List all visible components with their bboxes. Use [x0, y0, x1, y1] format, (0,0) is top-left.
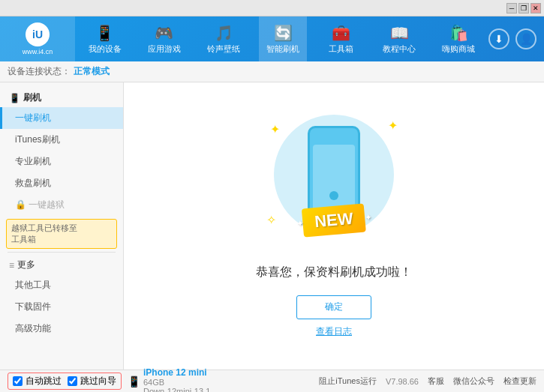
phone-home-button — [329, 191, 338, 200]
device-model: Down-12mini-13,1 — [143, 387, 210, 393]
nav-tutorial[interactable]: 📖 教程中心 — [375, 16, 423, 61]
sparkle-icon-2: ✦ — [388, 118, 398, 133]
success-message: 恭喜您，保资料刷机成功啦！ — [256, 265, 412, 280]
checkbox-area: 自动跳过 跳过向导 — [8, 373, 122, 390]
nav-ringtone[interactable]: 🎵 铃声壁纸 — [200, 16, 248, 61]
sidebar-section-flash: 📱 刷机 — [0, 88, 123, 107]
lock-icon: 🔒 — [15, 199, 29, 210]
device-name: iPhone 12 mini — [143, 367, 210, 378]
nav-smart-flash-label: 智能刷机 — [266, 43, 299, 55]
bottom-bar: 自动跳过 跳过向导 📱 iPhone 12 mini 64GB Down-12m… — [0, 370, 544, 392]
skip-wizard-checkbox[interactable] — [68, 376, 77, 386]
sidebar-item-advanced[interactable]: 高级功能 — [0, 318, 123, 340]
minimize-button[interactable]: ─ — [506, 3, 517, 13]
device-icon: 📱 — [128, 376, 140, 388]
header-right: ⬇ 👤 — [488, 28, 544, 49]
auto-dismiss-label: 自动跳过 — [26, 375, 62, 388]
sidebar: 📱 刷机 一键刷机 iTunes刷机 专业刷机 救盘刷机 🔒 一键越狱 越狱工具… — [0, 82, 124, 370]
confirm-button[interactable]: 确定 — [296, 295, 371, 319]
toolbox-icon: 🧰 — [332, 24, 350, 42]
nav-ringtone-label: 铃声壁纸 — [207, 43, 240, 55]
header: iU www.i4.cn 📱 我的设备 🎮 应用游戏 🎵 铃声壁纸 🔄 智能刷机… — [0, 16, 544, 61]
nav-toolbox-label: 工具箱 — [329, 43, 353, 55]
sidebar-item-itunes-flash[interactable]: iTunes刷机 — [0, 129, 123, 151]
logo-url: www.i4.cn — [23, 48, 53, 55]
nav-my-device-label: 我的设备 — [89, 43, 122, 55]
bottom-left: 自动跳过 跳过向导 📱 iPhone 12 mini 64GB Down-12m… — [8, 367, 210, 393]
new-badge-star-right: ✦ — [365, 213, 371, 222]
checkbox-auto-dismiss[interactable]: 自动跳过 — [13, 375, 62, 388]
smart-flash-icon: 🔄 — [274, 24, 293, 42]
nav-mall[interactable]: 🛍️ 嗨购商城 — [434, 16, 482, 61]
nav-app-game[interactable]: 🎮 应用游戏 — [140, 16, 188, 61]
block-itunes-action[interactable]: 阻止iTunes运行 — [319, 376, 377, 387]
logo-icon: iU — [26, 22, 50, 46]
mall-icon: 🛍️ — [449, 24, 468, 42]
checkbox-skip-wizard[interactable]: 跳过向导 — [68, 375, 116, 388]
window-controls: ─ ❐ ✕ — [506, 3, 541, 13]
sidebar-divider — [8, 252, 116, 253]
restore-button[interactable]: ❐ — [518, 3, 529, 13]
sparkle-icon-1: ✦ — [270, 122, 280, 136]
version-text: V7.98.66 — [386, 377, 419, 386]
content-area: ✦ ✦ ✧ ✦ NEW ✦ 恭喜您，保资料刷机成功啦！ 确定 查看日志 — [124, 82, 544, 370]
sidebar-item-rescue-flash[interactable]: 救盘刷机 — [0, 172, 123, 194]
auto-dismiss-checkbox[interactable] — [13, 376, 23, 386]
nav-app-game-label: 应用游戏 — [148, 43, 181, 55]
nav-tutorial-label: 教程中心 — [383, 43, 416, 55]
more-log-link[interactable]: 查看日志 — [316, 325, 352, 338]
device-info: 📱 iPhone 12 mini 64GB Down-12mini-13,1 — [128, 367, 210, 393]
new-badge-star-left: ✦ — [296, 219, 303, 228]
nav-my-device[interactable]: 📱 我的设备 — [81, 16, 129, 61]
sidebar-info-box: 越狱工具已转移至 工具箱 — [6, 219, 117, 249]
wechat-public-link[interactable]: 微信公众号 — [453, 376, 494, 387]
ringtone-icon: 🎵 — [215, 24, 233, 42]
sparkle-icon-3: ✧ — [266, 213, 276, 227]
sidebar-more-label: 更多 — [17, 259, 35, 271]
app-game-icon: 🎮 — [155, 24, 173, 42]
customer-service-link[interactable]: 客服 — [428, 376, 444, 387]
nav-smart-flash[interactable]: 🔄 智能刷机 — [259, 16, 307, 61]
close-button[interactable]: ✕ — [530, 3, 541, 13]
download-button[interactable]: ⬇ — [488, 28, 509, 49]
info-box-line1: 越狱工具已转移至 — [11, 223, 112, 234]
new-badge-text: NEW — [314, 208, 353, 230]
sidebar-item-one-click-flash[interactable]: 一键刷机 — [0, 107, 123, 129]
three-lines-icon: ≡ — [9, 260, 14, 271]
phone-illustration: ✦ ✦ ✧ ✦ NEW ✦ — [259, 115, 409, 250]
sidebar-item-pro-flash[interactable]: 专业刷机 — [0, 151, 123, 172]
bottom-right: 阻止iTunes运行 V7.98.66 客服 微信公众号 检查更新 — [319, 376, 536, 387]
check-update-link[interactable]: 检查更新 — [503, 376, 536, 387]
status-value: 正常模式 — [74, 65, 110, 78]
logo[interactable]: iU www.i4.cn — [0, 16, 75, 61]
nav-toolbox[interactable]: 🧰 工具箱 — [319, 16, 364, 61]
new-badge: ✦ NEW ✦ — [302, 203, 366, 237]
info-box-line2: 工具箱 — [11, 234, 112, 245]
sidebar-item-jailbreak: 🔒 一键越狱 — [0, 194, 123, 216]
title-bar: ─ ❐ ✕ — [0, 0, 544, 16]
status-label: 设备连接状态： — [8, 65, 71, 78]
status-bar: 设备连接状态： 正常模式 — [0, 61, 544, 82]
sidebar-flash-label: 刷机 — [23, 91, 41, 104]
tutorial-icon: 📖 — [390, 24, 409, 42]
sidebar-more-title: ≡ 更多 — [0, 256, 123, 274]
my-device-icon: 📱 — [95, 24, 114, 42]
sidebar-item-other-tools[interactable]: 其他工具 — [0, 274, 123, 296]
skip-wizard-label: 跳过向导 — [80, 375, 116, 388]
user-button[interactable]: 👤 — [515, 28, 536, 49]
device-storage: 64GB — [143, 378, 210, 387]
device-details: iPhone 12 mini 64GB Down-12mini-13,1 — [143, 367, 210, 393]
main-layout: 📱 刷机 一键刷机 iTunes刷机 专业刷机 救盘刷机 🔒 一键越狱 越狱工具… — [0, 82, 544, 370]
nav-mall-label: 嗨购商城 — [442, 43, 475, 55]
sidebar-item-download-firmware[interactable]: 下载固件 — [0, 296, 123, 318]
nav-bar: 📱 我的设备 🎮 应用游戏 🎵 铃声壁纸 🔄 智能刷机 🧰 工具箱 📖 教程中心… — [75, 16, 488, 61]
flash-section-icon: 📱 — [9, 93, 20, 103]
